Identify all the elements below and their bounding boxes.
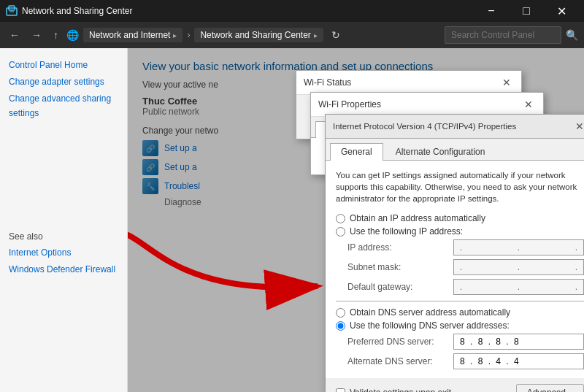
breadcrumb-label-1: Network and Internet — [89, 30, 170, 40]
auto-ip-radio[interactable] — [336, 214, 345, 223]
alternate-dns-value: 8 . 8 . 4 . 4 — [460, 356, 520, 366]
subnet-input[interactable]: ... — [453, 259, 584, 275]
right-panel: View your basic network information and … — [128, 48, 584, 392]
tab-general[interactable]: General — [330, 143, 383, 161]
gateway-input[interactable]: ... — [453, 279, 584, 295]
tcpip-content: You can get IP settings assigned automat… — [326, 161, 584, 378]
manual-ip-radio-label[interactable]: Use the following IP address: — [336, 226, 584, 237]
dns-field-grid: Preferred DNS server: 8 . 8 . 8 . 8 Alte… — [347, 334, 584, 369]
maximize-button[interactable]: □ — [510, 0, 543, 22]
alternate-dns-input[interactable]: 8 . 8 . 4 . 4 — [453, 353, 584, 369]
manual-ip-label: Use the following IP address: — [350, 226, 463, 237]
auto-ip-radio-label[interactable]: Obtain an IP address automatically — [336, 213, 584, 223]
ip-field-grid: IP address: ... Subnet mask: ... Default… — [347, 239, 584, 295]
ip-section: Obtain an IP address automatically Use t… — [336, 213, 584, 295]
auto-ip-label: Obtain an IP address automatically — [350, 213, 485, 223]
breadcrumb-label-2: Network and Sharing Center — [200, 30, 310, 40]
sidebar-item-internet-options[interactable]: Internet Options — [0, 245, 127, 261]
breadcrumb-divider: › — [187, 30, 190, 40]
subnet-label: Subnet mask: — [347, 262, 450, 272]
wifi-props-title: Wi-Fi Properties — [318, 99, 381, 109]
auto-dns-label: Obtain DNS server address automatically — [350, 307, 510, 318]
wifi-status-close-button[interactable]: ✕ — [499, 75, 514, 90]
auto-dns-radio[interactable] — [336, 308, 345, 318]
validate-checkbox-row: Validate settings upon exit Advanced... — [336, 384, 584, 392]
breadcrumb-segment-2[interactable]: Network and Sharing Center ▸ — [194, 28, 323, 42]
left-panel: Control Panel Home Change adapter settin… — [0, 48, 128, 392]
tcpip-title: Internet Protocol Version 4 (TCP/IPv4) P… — [333, 122, 516, 131]
preferred-dns-value: 8 . 8 . 8 . 8 — [460, 337, 520, 347]
minimize-button[interactable]: − — [474, 0, 508, 22]
tcpip-description: You can get IP settings assigned automat… — [336, 169, 584, 204]
forward-button[interactable]: → — [28, 28, 45, 42]
advanced-button[interactable]: Advanced... — [516, 384, 584, 392]
sidebar-item-advanced[interactable]: Change advanced sharing settings — [0, 91, 127, 121]
back-button[interactable]: ← — [6, 28, 23, 42]
tcpip-dialog[interactable]: Internet Protocol Version 4 (TCP/IPv4) P… — [325, 114, 584, 392]
network-icon: 🌐 — [66, 29, 79, 41]
ip-address-label: IP address: — [347, 242, 450, 253]
window-controls: − □ ✕ — [474, 0, 578, 22]
preferred-dns-input[interactable]: 8 . 8 . 8 . 8 — [453, 334, 584, 350]
tcpip-titlebar: Internet Protocol Version 4 (TCP/IPv4) P… — [326, 115, 584, 139]
alternate-dns-label: Alternate DNS server: — [347, 356, 450, 366]
manual-ip-radio[interactable] — [336, 227, 345, 237]
tab-alternate-config[interactable]: Alternate Configuration — [385, 143, 496, 160]
title-bar: Network and Sharing Center − □ ✕ — [0, 0, 584, 22]
main-layout: Control Panel Home Change adapter settin… — [0, 48, 584, 392]
close-button[interactable]: ✕ — [545, 0, 578, 22]
sidebar-item-defender[interactable]: Windows Defender Firewall — [0, 261, 127, 278]
search-input[interactable] — [445, 26, 561, 44]
window-title: Network and Sharing Center — [22, 6, 474, 16]
dns-section: Obtain DNS server address automatically … — [336, 307, 584, 369]
up-button[interactable]: ↑ — [50, 28, 62, 42]
breadcrumb-segment-1[interactable]: Network and Internet ▸ — [83, 28, 182, 42]
breadcrumb-dropdown-2[interactable]: ▸ — [314, 31, 318, 39]
see-also-label: See also — [0, 224, 127, 245]
ip-address-input[interactable]: ... — [453, 239, 584, 255]
tcpip-tabs: General Alternate Configuration — [326, 139, 584, 161]
manual-dns-label: Use the following DNS server addresses: — [350, 320, 510, 331]
sidebar-item-home[interactable]: Control Panel Home — [0, 57, 127, 74]
sidebar-item-adapter[interactable]: Change adapter settings — [0, 74, 127, 91]
validate-checkbox[interactable] — [336, 388, 345, 392]
app-icon — [6, 5, 18, 17]
manual-dns-radio[interactable] — [336, 321, 345, 331]
address-bar: ← → ↑ 🌐 Network and Internet ▸ › Network… — [0, 22, 584, 48]
manual-dns-radio-label[interactable]: Use the following DNS server addresses: — [336, 320, 584, 331]
wifi-status-title: Wi-Fi Status — [304, 77, 351, 88]
wifi-props-close-button[interactable]: ✕ — [521, 97, 536, 112]
validate-label: Validate settings upon exit — [350, 388, 451, 392]
tcpip-close-button[interactable]: ✕ — [572, 119, 584, 134]
breadcrumb-dropdown-1[interactable]: ▸ — [173, 31, 177, 39]
gateway-label: Default gateway: — [347, 282, 450, 292]
preferred-dns-label: Preferred DNS server: — [347, 337, 450, 347]
refresh-button[interactable]: ↻ — [328, 28, 344, 42]
auto-dns-radio-label[interactable]: Obtain DNS server address automatically — [336, 307, 584, 318]
search-button[interactable]: 🔍 — [566, 29, 578, 41]
